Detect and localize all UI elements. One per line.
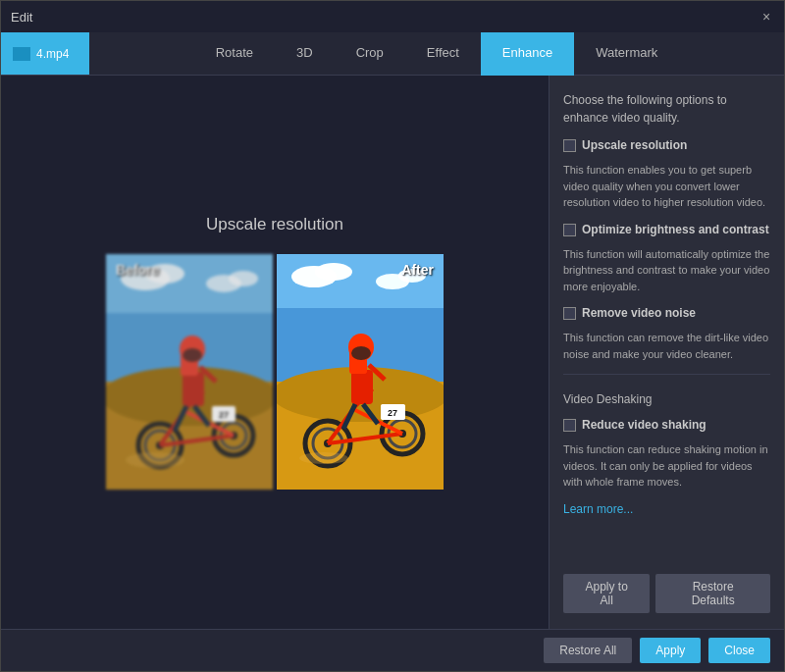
restore-defaults-button[interactable]: Restore Defaults bbox=[655, 574, 770, 613]
svg-rect-19 bbox=[183, 372, 204, 406]
noise-checkbox[interactable] bbox=[563, 307, 576, 320]
right-panel: Choose the following options to enhance … bbox=[549, 76, 784, 629]
separator bbox=[563, 374, 770, 375]
close-window-button[interactable]: × bbox=[759, 9, 774, 25]
titlebar: Edit × bbox=[1, 1, 784, 32]
deshaking-section-title: Video Deshaking bbox=[563, 392, 770, 406]
apply-button[interactable]: Apply bbox=[640, 638, 701, 663]
svg-text:27: 27 bbox=[219, 410, 229, 420]
svg-point-28 bbox=[126, 452, 184, 468]
upscale-checkbox[interactable] bbox=[563, 139, 576, 152]
restore-all-button[interactable]: Restore All bbox=[544, 638, 632, 663]
noise-desc: This function can remove the dirt-like v… bbox=[563, 330, 770, 362]
upscale-label: Upscale resolution bbox=[582, 138, 687, 152]
before-image: 27 bbox=[106, 254, 273, 490]
upscale-desc: This function enables you to get superb … bbox=[563, 162, 770, 211]
svg-point-51 bbox=[351, 346, 371, 360]
footer-bar: Restore All Apply Close bbox=[1, 629, 784, 671]
svg-point-57 bbox=[299, 452, 348, 464]
svg-text:27: 27 bbox=[388, 408, 397, 418]
close-button[interactable]: Close bbox=[708, 638, 770, 663]
tab-crop[interactable]: Crop bbox=[335, 32, 405, 76]
tab-watermark[interactable]: Watermark bbox=[574, 32, 679, 76]
window-title: Edit bbox=[11, 10, 32, 25]
brightness-label: Optimize brightness and contrast bbox=[582, 223, 769, 236]
deshaking-label: Reduce video shaking bbox=[582, 418, 706, 432]
before-label: Before bbox=[116, 262, 159, 278]
svg-point-32 bbox=[315, 263, 352, 281]
svg-point-5 bbox=[229, 271, 258, 286]
file-tab[interactable]: 4.mp4 bbox=[1, 32, 89, 75]
deshaking-desc: This function can reduce shaking motion … bbox=[563, 441, 770, 491]
tab-rotate[interactable]: Rotate bbox=[194, 32, 275, 76]
preview-title: Upscale resolution bbox=[206, 215, 343, 234]
after-panel: After bbox=[277, 254, 444, 490]
edit-window: Edit × 4.mp4 Rotate 3D Crop Effect Enhan… bbox=[0, 0, 785, 672]
brightness-checkbox[interactable] bbox=[563, 224, 576, 236]
tab-enhance[interactable]: Enhance bbox=[481, 32, 574, 76]
before-after-container: Before bbox=[106, 254, 444, 490]
tab-3d[interactable]: 3D bbox=[275, 32, 335, 76]
file-tab-label: 4.mp4 bbox=[36, 47, 69, 61]
preview-area: Upscale resolution Before bbox=[1, 76, 549, 629]
tabs-spacer: Rotate 3D Crop Effect Enhance Watermark bbox=[89, 32, 784, 76]
noise-label: Remove video noise bbox=[582, 306, 696, 320]
after-label: After bbox=[401, 262, 434, 278]
right-spacer bbox=[563, 524, 770, 561]
brightness-option-row: Optimize brightness and contrast bbox=[563, 223, 770, 236]
noise-option-row: Remove video noise bbox=[563, 306, 770, 320]
deshaking-option-row: Reduce video shaking bbox=[563, 418, 770, 432]
upscale-option-row: Upscale resolution bbox=[563, 138, 770, 152]
before-panel: Before bbox=[106, 254, 273, 490]
intro-text: Choose the following options to enhance … bbox=[563, 91, 770, 127]
tabs-row: 4.mp4 Rotate 3D Crop Effect Enhance Wate… bbox=[1, 32, 784, 76]
svg-point-22 bbox=[183, 348, 202, 362]
brightness-desc: This function will automatically optimiz… bbox=[563, 246, 770, 295]
tab-effect[interactable]: Effect bbox=[405, 32, 481, 76]
apply-to-all-button[interactable]: Apply to All bbox=[563, 574, 650, 613]
file-icon bbox=[13, 47, 30, 61]
learn-more-link[interactable]: Learn more... bbox=[563, 502, 770, 516]
main-content: Upscale resolution Before bbox=[1, 76, 784, 629]
after-image: 27 bbox=[277, 254, 444, 490]
panel-bottom-buttons: Apply to All Restore Defaults bbox=[563, 568, 770, 613]
svg-rect-48 bbox=[351, 370, 373, 404]
deshaking-checkbox[interactable] bbox=[563, 419, 576, 432]
